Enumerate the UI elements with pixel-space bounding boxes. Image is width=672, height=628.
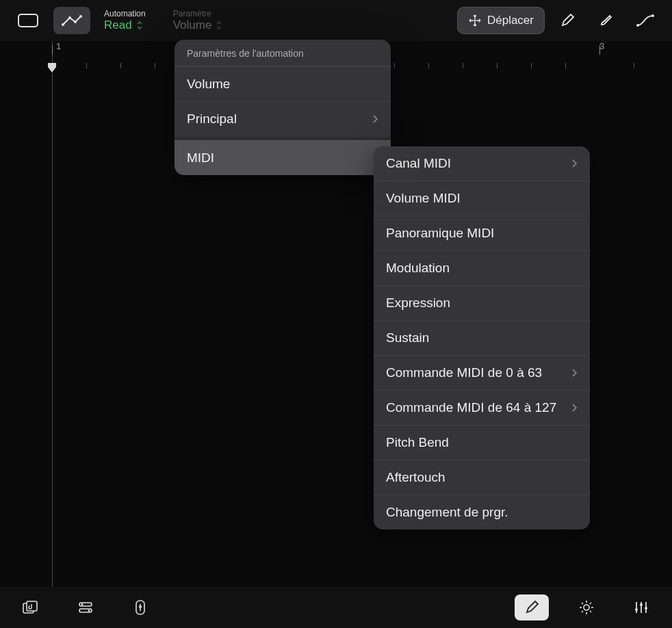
toggle-stack-icon <box>78 601 93 614</box>
svg-point-3 <box>74 21 77 23</box>
chevron-updown-icon <box>136 21 143 30</box>
region-rect-icon <box>18 14 38 27</box>
menu-item-label: Volume <box>187 77 230 92</box>
submenu-item[interactable]: Commande MIDI de 0 à 63 <box>374 355 590 390</box>
ruler-mark: 3 <box>599 41 604 51</box>
svg-point-17 <box>584 605 589 610</box>
menu-item-label: MIDI <box>187 151 214 166</box>
menu-item-label: Canal MIDI <box>386 156 451 171</box>
chevron-right-icon <box>571 368 578 378</box>
submenu-item[interactable]: Modulation <box>374 250 590 285</box>
library-icon <box>23 601 39 614</box>
submenu-item[interactable]: Expression <box>374 285 590 320</box>
menu-item-label: Commande MIDI de 0 à 63 <box>386 365 542 380</box>
library-button[interactable] <box>14 594 48 620</box>
menu-item-label: Volume MIDI <box>386 191 461 206</box>
edit-tool-button[interactable] <box>515 594 549 620</box>
svg-line-22 <box>582 603 583 604</box>
svg-point-7 <box>651 14 654 17</box>
svg-line-24 <box>590 603 591 604</box>
svg-point-1 <box>62 23 64 26</box>
chevron-right-icon <box>571 403 578 413</box>
parameter-value: Volume <box>173 18 212 32</box>
svg-point-4 <box>79 15 82 18</box>
svg-point-30 <box>640 603 643 606</box>
svg-line-23 <box>590 611 591 612</box>
mixer-sliders-button[interactable] <box>624 594 658 620</box>
midi-submenu: Canal MIDI Volume MIDI Panoramique MIDI … <box>374 146 590 529</box>
menu-header: Paramètres de l'automation <box>175 40 391 66</box>
svg-point-5 <box>474 20 476 22</box>
parameter-select[interactable]: Paramètre Volume <box>173 9 223 32</box>
submenu-item[interactable]: Aftertouch <box>374 460 590 495</box>
submenu-item[interactable]: Panoramique MIDI <box>374 215 590 250</box>
automation-parameter-menu: Paramètres de l'automation Volume Princi… <box>175 40 391 175</box>
ruler-mark: 1 <box>56 41 61 51</box>
menu-item-label: Commande MIDI de 64 à 127 <box>386 400 556 415</box>
submenu-item[interactable]: Volume MIDI <box>374 181 590 215</box>
menu-item-principal[interactable]: Principal <box>175 101 391 136</box>
pencil-icon <box>560 13 575 28</box>
menu-item-label: Principal <box>187 112 237 127</box>
bottom-toolbar <box>0 587 672 628</box>
menu-item-label: Expression <box>386 296 450 311</box>
pencil-icon <box>524 600 539 615</box>
submenu-item[interactable]: Changement de prgr. <box>374 495 590 529</box>
view-settings-button[interactable] <box>569 594 604 620</box>
menu-item-label: Modulation <box>386 261 450 276</box>
sliders-icon <box>634 601 649 614</box>
automation-mode-button[interactable] <box>53 7 90 34</box>
track-left-edge <box>52 41 53 587</box>
submenu-item[interactable]: Commande MIDI de 64 à 127 <box>374 390 590 425</box>
menu-item-label: Sustain <box>386 330 429 345</box>
channel-strip-button[interactable] <box>68 594 103 620</box>
menu-item-midi[interactable]: MIDI <box>175 140 391 175</box>
automation-value: Read <box>104 18 132 32</box>
submenu-item[interactable]: Canal MIDI <box>374 146 590 181</box>
svg-point-2 <box>68 16 71 19</box>
svg-point-13 <box>88 610 90 612</box>
menu-item-label: Pitch Bend <box>386 435 449 450</box>
menu-item-volume[interactable]: Volume <box>175 66 391 101</box>
plugin-button[interactable] <box>123 594 157 620</box>
menu-item-label: Aftertouch <box>386 470 445 485</box>
chevron-right-icon <box>571 159 578 168</box>
submenu-item[interactable]: Pitch Bend <box>374 425 590 460</box>
parameter-label: Paramètre <box>173 9 223 18</box>
top-toolbar: Automation Read Paramètre Volume Déplace… <box>0 0 672 41</box>
chevron-updown-icon <box>216 21 222 30</box>
svg-point-6 <box>636 24 639 27</box>
automation-label: Automation <box>104 9 146 18</box>
svg-point-29 <box>635 608 638 611</box>
svg-point-11 <box>81 603 83 605</box>
menu-item-label: Panoramique MIDI <box>386 226 494 241</box>
move-icon <box>468 14 482 27</box>
plugin-icon <box>135 600 145 615</box>
brush-tool-button[interactable] <box>590 7 621 34</box>
menu-item-label: Changement de prgr. <box>386 505 508 520</box>
curve-icon <box>636 13 654 28</box>
submenu-item[interactable]: Sustain <box>374 320 590 355</box>
svg-point-16 <box>139 605 142 608</box>
pencil-tool-button[interactable] <box>552 7 583 34</box>
svg-line-25 <box>582 611 583 612</box>
region-mode-button[interactable] <box>10 7 47 34</box>
chevron-right-icon <box>372 114 378 124</box>
svg-rect-0 <box>18 14 38 27</box>
brush-icon <box>598 13 613 28</box>
automation-line-icon <box>62 14 82 27</box>
move-label: Déplacer <box>487 14 534 27</box>
curve-tool-button[interactable] <box>628 7 662 34</box>
sun-gear-icon <box>579 600 594 615</box>
move-tool-button[interactable]: Déplacer <box>457 7 545 34</box>
automation-mode-select[interactable]: Automation Read <box>104 9 146 32</box>
svg-point-31 <box>645 607 647 610</box>
